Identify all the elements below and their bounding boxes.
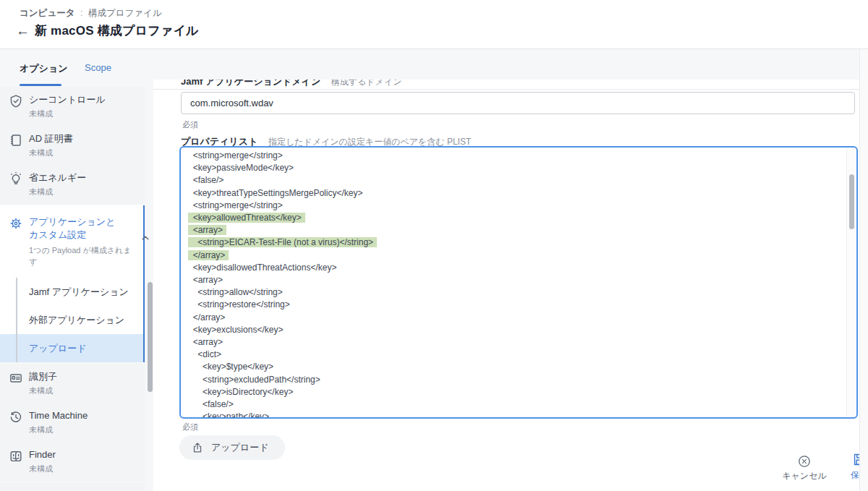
plist-line: <array> [188, 336, 839, 349]
sidebar-item-label: シーコントロール [29, 93, 106, 106]
plist-line: </array> [188, 249, 839, 262]
domain-field-label: Jamf アプリケーションドメイン [181, 80, 320, 87]
sidebar-item-time-machine[interactable]: Time Machine 未構成 [0, 403, 145, 442]
plist-field-label: プロパティリスト [181, 136, 258, 147]
sidebar-item-label: Finder [29, 448, 56, 461]
plist-field-hint: 指定したドメインの設定キー値のペアを含む PLIST [268, 137, 471, 147]
sidebar-next-item-partial [0, 482, 145, 491]
sidebar-group-applications-custom-settings: アプリケーションとカスタム設定 1つの Payload が構成されます Jamf… [0, 205, 145, 362]
back-arrow-icon[interactable]: ← [16, 23, 35, 39]
sidebar-subitems: Jamf アプリケーション外部アプリケーションアップロード [0, 278, 143, 362]
sidebar-subitem[interactable]: Jamf アプリケーション [0, 278, 143, 306]
sidebar-item-label: AD 証明書 [29, 132, 73, 145]
tab-options-label: オプション [20, 63, 68, 74]
plist-scrollbar-thumb[interactable] [849, 174, 854, 229]
domain-field-label-row: Jamf アプリケーションドメイン 構成するドメイン [181, 80, 401, 88]
sidebar-item-label: Time Machine [29, 409, 88, 422]
breadcrumb-separator: : [80, 8, 82, 18]
page-header: コンピュータ : 構成プロファイル ← 新 macOS 構成プロファイル [0, 0, 868, 49]
sidebar-top-items: シーコントロール 未構成 AD 証明書 未構成 省エネルギー 未構成 [0, 87, 145, 204]
sidebar-subitem[interactable]: 外部アプリケーション [0, 306, 143, 334]
plist-editor[interactable]: <string>merge</string> <key>passiveMode<… [179, 146, 858, 419]
sidebar-subitem[interactable]: アップロード [0, 334, 143, 362]
ad-certificate-icon [9, 133, 23, 148]
shield-icon [9, 94, 23, 108]
plist-line: <string>EICAR-Test-File (not a virus)</s… [188, 236, 839, 249]
plist-line: <string>restore</string> [188, 299, 839, 311]
plist-line: <key>path</key> [188, 411, 839, 419]
sidebar-item-energy-saver[interactable]: 省エネルギー 未構成 [0, 165, 145, 204]
gear-icon [9, 216, 23, 231]
cancel-icon [798, 455, 811, 468]
section-divider [153, 89, 859, 90]
tab-options[interactable]: オプション [20, 62, 68, 75]
save-label: 保存 [851, 469, 859, 482]
active-tab-underline [20, 84, 61, 86]
content-panel: Jamf アプリケーションドメイン 構成するドメイン 必須 プロパティリスト 指… [153, 80, 859, 491]
sidebar-item-status: 未構成 [29, 424, 88, 435]
sidebar-group-description: 1つの Payload が構成されます [29, 244, 139, 268]
breadcrumb: コンピュータ : 構成プロファイル [20, 7, 162, 20]
sidebar-item-status: 未構成 [29, 385, 57, 396]
jamf-new-macos-config-profile-page: コンピュータ : 構成プロファイル ← 新 macOS 構成プロファイル オプシ… [0, 0, 868, 491]
plist-line: <array> [188, 224, 839, 236]
sidebar-item-label: 省エネルギー [29, 171, 86, 184]
finder-icon [9, 449, 23, 464]
upload-icon [191, 441, 204, 454]
sidebar-scrollbar-thumb[interactable] [148, 282, 153, 392]
sidebar-item-status: 未構成 [29, 464, 56, 474]
plist-line: <string>excludedPath</string> [188, 374, 839, 386]
plist-line: <false/> [188, 174, 839, 187]
sidebar-group-header[interactable]: アプリケーションとカスタム設定 1つの Payload が構成されます [9, 215, 143, 268]
plist-scrollbar-track[interactable] [846, 148, 856, 417]
save-button[interactable]: 保存 [842, 452, 859, 482]
domain-field-hint: 構成するドメイン [331, 80, 402, 87]
sidebar-item-status: 未構成 [29, 108, 106, 119]
sidebar-item-shield[interactable]: シーコントロール 未構成 [0, 87, 145, 126]
app-domain-input[interactable] [181, 92, 855, 114]
time-machine-icon [9, 410, 23, 424]
save-icon [852, 452, 860, 467]
domain-required-label: 必須 [182, 119, 198, 130]
subitem-rule [16, 278, 17, 362]
breadcrumb-computers[interactable]: コンピュータ [20, 8, 75, 18]
page-title: 新 macOS 構成プロファイル [35, 22, 199, 39]
plist-line: <string>allow</string> [188, 286, 839, 299]
sidebar-group-label: アプリケーションとカスタム設定 [29, 215, 124, 242]
chevron-up-icon[interactable] [140, 233, 150, 243]
sidebar-item-label: 識別子 [29, 370, 57, 383]
tab-scope[interactable]: Scope [85, 62, 111, 73]
plist-line: <dict> [188, 349, 839, 361]
plist-lines: <string>merge</string> <key>passiveMode<… [181, 148, 856, 419]
plist-line: <string>merge</string> [188, 200, 839, 212]
sidebar-bottom-items: 識別子 未構成 Time Machine 未構成 Finder 未構成 [0, 364, 145, 481]
sidebar-item-finder[interactable]: Finder 未構成 [0, 442, 145, 481]
page-scrollbar-track[interactable] [859, 49, 868, 491]
breadcrumb-config-profiles[interactable]: 構成プロファイル [88, 8, 162, 18]
plist-line: <key>$type</key> [188, 361, 839, 373]
plist-line: <key>threatTypeSettingsMergePolicy</key> [188, 187, 839, 200]
plist-required-label: 必須 [182, 422, 198, 432]
sidebar-item-ad-certificate[interactable]: AD 証明書 未構成 [0, 126, 145, 165]
plist-line: <key>passiveMode</key> [188, 162, 839, 174]
plist-line: <false/> [188, 398, 839, 411]
plist-line: <key>isDirectory</key> [188, 386, 839, 398]
energy-saver-icon [9, 172, 23, 187]
upload-button-label: アップロード [211, 441, 269, 454]
upload-button[interactable]: アップロード [179, 435, 285, 460]
cancel-label: キャンセル [782, 470, 826, 482]
plist-line: <array> [188, 274, 839, 286]
plist-line: <key>exclusions</key> [188, 324, 839, 336]
payload-sidebar: シーコントロール 未構成 AD 証明書 未構成 省エネルギー 未構成 アプリケー… [0, 87, 145, 491]
plist-line: <string>merge</string> [188, 150, 839, 162]
sidebar-item-id-card[interactable]: 識別子 未構成 [0, 364, 145, 403]
sidebar-item-status: 未構成 [29, 187, 86, 197]
cancel-button[interactable]: キャンセル [781, 455, 827, 482]
sidebar-item-status: 未構成 [29, 148, 73, 158]
plist-line: <key>allowedThreats</key> [188, 212, 839, 224]
plist-line: <key>disallowedThreatActions</key> [188, 262, 839, 274]
id-card-icon [9, 371, 23, 385]
plist-line: </array> [188, 312, 839, 324]
